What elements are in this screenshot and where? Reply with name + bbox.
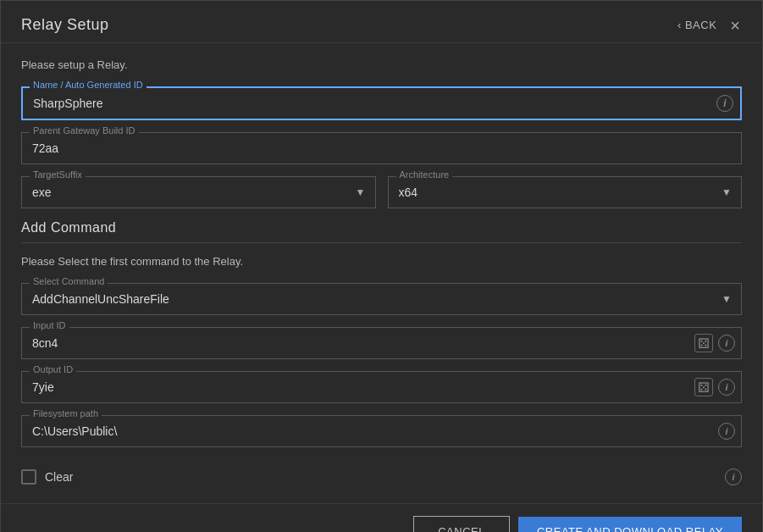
cancel-button[interactable]: CANCEL [413, 516, 510, 532]
parent-gateway-field-group: Parent Gateway Build ID 72aa [21, 132, 742, 164]
clear-area: Clear i [21, 459, 742, 495]
back-chevron-icon: ‹ [677, 19, 682, 31]
name-label: Name / Auto Generated ID [30, 80, 147, 90]
clear-label[interactable]: Clear [45, 470, 73, 484]
target-suffix-select[interactable]: exe dll bin [21, 176, 376, 208]
clear-checkbox[interactable] [21, 469, 36, 485]
back-label: BACK [685, 19, 716, 31]
clear-help-icon[interactable]: i [725, 468, 742, 485]
input-id-input[interactable]: 8cn4 [21, 327, 742, 359]
create-download-button[interactable]: CREATE AND DOWNLOAD RELAY [518, 517, 742, 532]
name-input[interactable]: SharpSphere [21, 86, 742, 120]
architecture-select-wrapper: x64 x86 arm64 ▼ [388, 176, 743, 208]
relay-subtitle: Please setup a Relay. [21, 58, 742, 71]
name-field-group: Name / Auto Generated ID SharpSphere i [21, 86, 742, 120]
close-button[interactable]: × [728, 17, 742, 34]
output-id-dice-icon[interactable]: ⚄ [694, 378, 713, 396]
select-command-wrapper: AddChannelUncShareFile AddChannelTCP Add… [21, 283, 742, 315]
filesystem-path-wrapper: C:\Users\Public\ i [21, 415, 742, 447]
filesystem-path-input[interactable]: C:\Users\Public\ [21, 415, 742, 447]
select-command-field-group: Select Command AddChannelUncShareFile Ad… [21, 283, 742, 315]
modal-title: Relay Setup [21, 16, 109, 34]
suffix-arch-row: TargetSuffix exe dll bin ▼ Architecture … [21, 176, 742, 208]
filesystem-path-field-group: Filesystem path C:\Users\Public\ i [21, 415, 742, 447]
select-command-select[interactable]: AddChannelUncShareFile AddChannelTCP Add… [21, 283, 742, 315]
add-command-title: Add Command [21, 220, 742, 236]
filesystem-help-icon[interactable]: i [718, 423, 735, 440]
add-command-subtitle: Please Select the first command to the R… [21, 255, 742, 268]
output-id-help-icon[interactable]: i [718, 379, 735, 396]
filesystem-icons: i [718, 423, 735, 440]
clear-checkbox-row: Clear [21, 469, 73, 485]
filesystem-path-label: Filesystem path [30, 408, 102, 418]
target-suffix-select-wrapper: exe dll bin ▼ [21, 176, 376, 208]
name-wrapper: SharpSphere i [21, 86, 742, 120]
parent-gateway-label: Parent Gateway Build ID [30, 125, 138, 136]
modal-footer: CANCEL CREATE AND DOWNLOAD RELAY [1, 503, 762, 532]
output-id-icons: ⚄ i [694, 378, 735, 396]
modal-header: Relay Setup ‹ BACK × [1, 1, 762, 43]
input-id-wrapper: 8cn4 ⚄ i [21, 327, 742, 359]
target-suffix-field-group: TargetSuffix exe dll bin ▼ [21, 176, 376, 208]
architecture-field-group: Architecture x64 x86 arm64 ▼ [388, 176, 743, 208]
input-id-label: Input ID [30, 320, 69, 330]
architecture-label: Architecture [396, 169, 453, 180]
target-suffix-label: TargetSuffix [30, 169, 86, 180]
section-divider [21, 242, 742, 243]
architecture-select[interactable]: x64 x86 arm64 [388, 176, 743, 208]
parent-gateway-wrapper: 72aa [21, 132, 742, 164]
output-id-input[interactable]: 7yie [21, 371, 742, 403]
output-id-label: Output ID [30, 364, 76, 374]
modal-body: Please setup a Relay. Name / Auto Genera… [1, 43, 762, 503]
input-id-dice-icon[interactable]: ⚄ [694, 334, 713, 352]
output-id-wrapper: 7yie ⚄ i [21, 371, 742, 403]
input-id-icons: ⚄ i [694, 334, 735, 352]
header-actions: ‹ BACK × [677, 17, 742, 34]
select-command-label: Select Command [30, 276, 108, 286]
parent-gateway-input[interactable]: 72aa [21, 132, 742, 164]
output-id-field-group: Output ID 7yie ⚄ i [21, 371, 742, 403]
input-id-help-icon[interactable]: i [718, 335, 735, 352]
input-id-field-group: Input ID 8cn4 ⚄ i [21, 327, 742, 359]
relay-setup-modal: Relay Setup ‹ BACK × Please setup a Rela… [0, 0, 763, 532]
name-help-icon[interactable]: i [716, 95, 733, 112]
back-button[interactable]: ‹ BACK [677, 19, 716, 31]
